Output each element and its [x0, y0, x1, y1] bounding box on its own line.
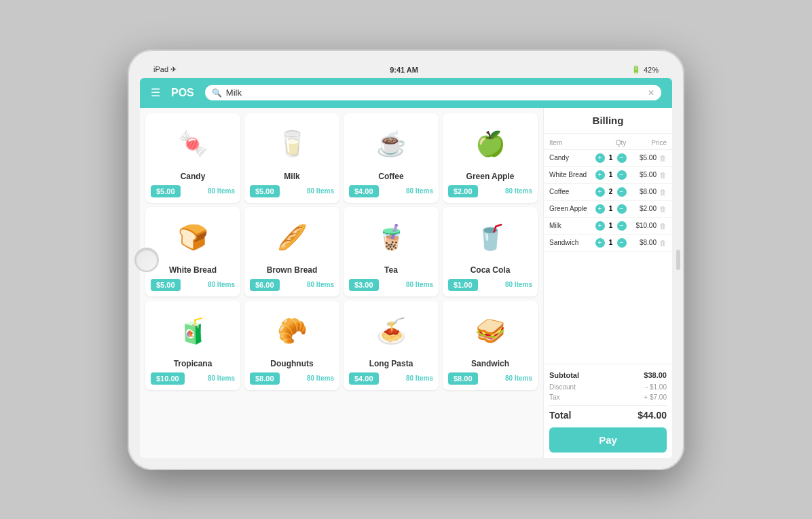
subtotal-value: $38.00	[644, 371, 667, 379]
product-price-milk: $5.00	[250, 185, 280, 197]
product-image-milk: 🥛	[268, 120, 316, 168]
product-card-doughnuts[interactable]: 🥐 Doughnuts $8.00 80 Items	[244, 301, 339, 390]
billing-table: Item Qty Price Candy + 1 − $5.00 🗑 White…	[544, 134, 672, 364]
billing-item-name-3: Green Apple	[549, 205, 592, 212]
product-card-tropicana[interactable]: 🧃 Tropicana $10.00 80 Items	[145, 301, 240, 390]
product-stock-sandwich: 80 Items	[505, 374, 532, 382]
product-footer-doughnuts: $8.00 80 Items	[250, 372, 334, 385]
product-card-coffee[interactable]: ☕ Coffee $4.00 80 Items	[344, 113, 439, 203]
product-card-brown-bread[interactable]: 🥖 Brown Bread $6.00 80 Items	[244, 207, 339, 296]
product-image-candy: 🍬	[169, 120, 217, 168]
qty-increase-3[interactable]: −	[617, 204, 627, 214]
billing-row-0: Candy + 1 − $5.00 🗑	[544, 150, 672, 167]
delete-btn-0[interactable]: 🗑	[659, 154, 667, 162]
qty-increase-2[interactable]: −	[617, 187, 627, 197]
product-card-milk[interactable]: 🥛 Milk $5.00 80 Items	[244, 113, 339, 203]
app-header: ☰ POS 🔍 ✕	[140, 78, 672, 108]
battery-icon: 🔋	[631, 65, 641, 74]
product-price-coffee: $4.00	[349, 185, 379, 197]
search-clear-icon[interactable]: ✕	[648, 88, 654, 98]
product-footer-coffee: $4.00 80 Items	[349, 185, 433, 197]
qty-decrease-5[interactable]: +	[595, 238, 605, 248]
product-footer-sandwich: $8.00 80 Items	[448, 372, 532, 385]
product-image-tropicana: 🧃	[169, 307, 217, 355]
product-card-tea[interactable]: 🧋 Tea $3.00 80 Items	[344, 207, 439, 296]
product-footer-milk: $5.00 80 Items	[250, 185, 334, 197]
product-name-brown-bread: Brown Bread	[267, 265, 318, 275]
side-button[interactable]	[676, 250, 680, 270]
product-price-green-apple: $2.00	[448, 185, 478, 197]
billing-item-name-5: Sandwich	[549, 239, 592, 246]
discount-value: - $1.00	[646, 383, 667, 391]
billing-title: Billing	[544, 108, 672, 134]
status-bar: iPad ✈ 9:41 AM 🔋 42%	[140, 62, 672, 78]
products-grid: 🍬 Candy $5.00 80 Items 🥛 Milk $5.00 80 I…	[145, 113, 538, 390]
product-card-coca-cola[interactable]: 🥤 Coca Cola $1.00 80 Items	[443, 207, 538, 296]
menu-icon[interactable]: ☰	[151, 86, 160, 99]
product-footer-candy: $5.00 80 Items	[151, 185, 235, 197]
products-area: 🍬 Candy $5.00 80 Items 🥛 Milk $5.00 80 I…	[140, 108, 543, 458]
delete-btn-3[interactable]: 🗑	[659, 205, 667, 213]
qty-decrease-2[interactable]: +	[595, 187, 605, 197]
billing-item-price-0: $5.00	[629, 154, 657, 161]
ipad-frame: iPad ✈ 9:41 AM 🔋 42% ☰ POS 🔍 ✕ 🍬	[128, 50, 684, 470]
product-image-sandwich: 🥪	[466, 307, 514, 355]
product-name-tropicana: Tropicana	[174, 359, 213, 368]
qty-increase-4[interactable]: −	[617, 221, 627, 231]
product-footer-long-pasta: $4.00 80 Items	[349, 372, 433, 385]
qty-decrease-3[interactable]: +	[595, 204, 605, 214]
subtotal-label: Subtotal	[549, 371, 579, 379]
product-name-sandwich: Sandwich	[471, 359, 509, 368]
delete-btn-4[interactable]: 🗑	[659, 222, 667, 230]
product-footer-brown-bread: $6.00 80 Items	[250, 279, 334, 291]
product-stock-tea: 80 Items	[406, 281, 433, 288]
product-name-coca-cola: Coca Cola	[470, 265, 511, 275]
qty-decrease-4[interactable]: +	[595, 221, 605, 231]
search-input[interactable]	[226, 88, 644, 98]
delete-btn-2[interactable]: 🗑	[659, 188, 667, 196]
product-card-white-bread[interactable]: 🍞 White Bread $5.00 80 Items	[145, 207, 240, 296]
subtotal-row: Subtotal $38.00	[549, 370, 667, 381]
qty-val-4: 1	[607, 222, 615, 229]
product-footer-tea: $3.00 80 Items	[349, 279, 433, 291]
qty-increase-1[interactable]: −	[617, 170, 627, 180]
tax-label: Tax	[549, 393, 560, 401]
product-name-doughnuts: Doughnuts	[270, 359, 313, 368]
billing-item-price-2: $8.00	[629, 188, 657, 195]
product-card-sandwich[interactable]: 🥪 Sandwich $8.00 80 Items	[443, 301, 538, 390]
product-name-long-pasta: Long Pasta	[369, 359, 413, 368]
billing-row-2: Coffee + 2 − $8.00 🗑	[544, 184, 672, 201]
battery-percent: 42%	[644, 66, 659, 74]
ipad-screen: ☰ POS 🔍 ✕ 🍬 Candy $5.00 80 Items 🥛 Milk	[140, 78, 672, 458]
tax-row: Tax + $7.00	[549, 392, 667, 402]
qty-increase-5[interactable]: −	[617, 238, 627, 248]
product-name-milk: Milk	[284, 172, 299, 181]
home-button[interactable]	[134, 248, 159, 272]
product-image-doughnuts: 🥐	[268, 307, 316, 355]
billing-item-qty-0: + 1 −	[592, 153, 629, 163]
product-stock-green-apple: 80 Items	[505, 187, 532, 195]
qty-val-3: 1	[607, 205, 615, 212]
billing-item-name-4: Milk	[549, 222, 592, 229]
product-image-coffee: ☕	[367, 120, 415, 168]
pay-button[interactable]: Pay	[549, 427, 667, 453]
product-stock-doughnuts: 80 Items	[307, 374, 334, 382]
product-card-long-pasta[interactable]: 🍝 Long Pasta $4.00 80 Items	[344, 301, 439, 390]
product-image-green-apple: 🍏	[466, 120, 514, 168]
qty-decrease-0[interactable]: +	[595, 153, 605, 163]
billing-footer: Subtotal $38.00 Discount - $1.00 Tax + $…	[544, 364, 672, 458]
product-price-sandwich: $8.00	[448, 372, 478, 385]
billing-item-qty-5: + 1 −	[592, 238, 629, 248]
billing-item-price-4: $10.00	[629, 222, 657, 229]
qty-increase-0[interactable]: −	[617, 153, 627, 163]
delete-btn-1[interactable]: 🗑	[659, 171, 667, 179]
billing-row-5: Sandwich + 1 − $8.00 🗑	[544, 235, 672, 252]
product-card-green-apple[interactable]: 🍏 Green Apple $2.00 80 Items	[443, 113, 538, 203]
discount-label: Discount	[549, 383, 576, 391]
product-card-candy[interactable]: 🍬 Candy $5.00 80 Items	[145, 113, 240, 203]
billing-item-name-0: Candy	[549, 154, 592, 161]
qty-decrease-1[interactable]: +	[595, 170, 605, 180]
qty-val-2: 2	[607, 188, 615, 195]
product-name-coffee: Coffee	[378, 172, 403, 181]
delete-btn-5[interactable]: 🗑	[659, 239, 667, 247]
